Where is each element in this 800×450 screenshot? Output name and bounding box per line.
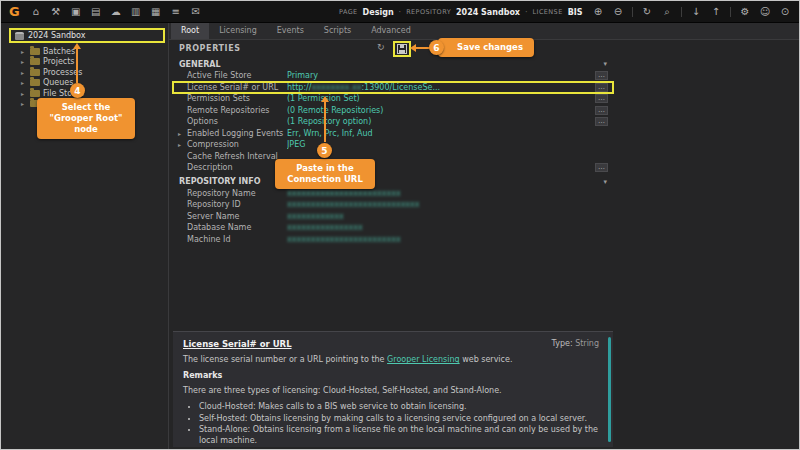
chevron-down-icon[interactable]: ▾ xyxy=(603,178,607,186)
expander-icon[interactable]: ▸ xyxy=(178,141,181,148)
top-toolbar: G ⌂ ⚒ ▣ ▤ ☁ ▥ ▦ ≡ ✉ PAGE Design · REPOSI… xyxy=(1,1,799,23)
property-row-description[interactable]: Description … xyxy=(173,162,613,174)
add-circle-icon[interactable]: ⊕ xyxy=(592,6,604,17)
grooper-design-window: G ⌂ ⚒ ▣ ▤ ☁ ▥ ▦ ≡ ✉ PAGE Design · REPOSI… xyxy=(0,0,800,450)
chevron-down-icon[interactable]: ▾ xyxy=(603,60,607,68)
messages-icon[interactable]: ✉ xyxy=(190,6,202,17)
tree-node-processes[interactable]: ▸ Processes xyxy=(1,67,168,78)
expander-icon[interactable]: ▸ xyxy=(21,69,27,76)
property-row-compression[interactable]: ▸ Compression JPEG xyxy=(173,139,613,151)
redacted-text: xxxxxxxxxxxx xyxy=(287,212,613,221)
toolbar-right-icons: ⊕ ⊖ ↻ ⌕ ↓ ↑ ⚙ ☺ ⊙ xyxy=(592,6,791,18)
home-icon[interactable]: ⌂ xyxy=(30,6,42,17)
toolbar-left-icons: ⌂ ⚒ ▣ ▤ ☁ ▥ ▦ ≡ ✉ xyxy=(30,6,202,17)
folder-icon xyxy=(30,69,40,76)
expander-icon[interactable]: ▸ xyxy=(21,100,27,107)
expander-icon[interactable]: ▸ xyxy=(178,130,181,137)
tab-root[interactable]: Root xyxy=(171,23,209,39)
toolbar-divider xyxy=(730,7,731,17)
repository-label: REPOSITORY xyxy=(406,8,451,16)
notebook-icon[interactable]: ▥ xyxy=(130,6,142,17)
briefcase-icon[interactable]: ▤ xyxy=(90,6,102,17)
tree-node-grooper-root[interactable]: 2024 Sandbox xyxy=(9,28,165,43)
ellipsis-button[interactable]: … xyxy=(595,163,608,172)
download-icon[interactable]: ↓ xyxy=(690,6,702,17)
callout5-arrow-line xyxy=(324,102,326,142)
save-button[interactable] xyxy=(393,41,411,57)
ellipsis-button[interactable]: … xyxy=(595,106,608,115)
property-row-machine-id[interactable]: Machine Id xxxxxxxxxxxxxxxxxxxxxxxx xyxy=(173,234,613,246)
ellipsis-button[interactable]: … xyxy=(595,83,608,92)
folder-icon xyxy=(30,58,40,65)
help-intro: The license serial number or a URL point… xyxy=(183,355,599,366)
user-icon[interactable]: ☺ xyxy=(759,6,771,17)
property-row-repository-name[interactable]: Repository Name xxxxxxxxxxxxxxxxxxxxxxxx xyxy=(173,188,613,200)
folder-icon xyxy=(30,48,40,55)
property-row-remote-repositories[interactable]: Remote Repositories (0 Remote Repositori… xyxy=(173,105,613,117)
license-url-value: http://xxxxxxxx.xx:13900/LicenseSe... xyxy=(287,83,595,92)
properties-header: PROPERTIES ↻ xyxy=(173,40,613,56)
tab-scripts[interactable]: Scripts xyxy=(314,23,361,39)
ellipsis-button[interactable]: … xyxy=(595,94,608,103)
tree-node-projects[interactable]: ▸ Projects xyxy=(1,57,168,68)
refresh-properties-icon[interactable]: ↻ xyxy=(377,42,385,52)
power-icon[interactable]: ⊙ xyxy=(779,6,791,17)
design-tools-icon[interactable]: ⚒ xyxy=(50,6,62,17)
folder-icon xyxy=(30,79,40,86)
tab-licensing[interactable]: Licensing xyxy=(209,23,267,39)
upload-icon[interactable]: ↑ xyxy=(710,6,722,17)
help-remarks-heading: Remarks xyxy=(183,371,599,382)
search-icon[interactable]: ⌕ xyxy=(661,6,673,18)
license-label: LICENSE xyxy=(533,8,563,16)
settings-icon[interactable]: ⚙ xyxy=(739,6,751,17)
property-row-database-name[interactable]: Database Name xxxxxxxxxxxxxxxx xyxy=(173,222,613,234)
callout6-label: Save changes xyxy=(438,38,534,57)
redacted-text: xxxxxxxx.xx xyxy=(312,83,362,92)
refresh-icon[interactable]: ↻ xyxy=(641,6,653,17)
tree-root-label: 2024 Sandbox xyxy=(28,31,86,40)
help-title: License Serial# or URL xyxy=(183,339,292,350)
property-row-cache-refresh-interval[interactable]: Cache Refresh Interval xyxy=(173,151,613,163)
property-row-active-file-store[interactable]: Active File Store Primary … xyxy=(173,70,613,82)
list-icon[interactable]: ≡ xyxy=(170,6,182,17)
help-scrollbar[interactable] xyxy=(608,337,611,442)
property-row-enabled-logging-events[interactable]: ▸ Enabled Logging Events Err, Wrn, Prc, … xyxy=(173,128,613,140)
repository-value: 2024 Sandbox xyxy=(456,8,520,17)
help-bullet: Stand-Alone: Obtains licensing from a li… xyxy=(199,425,599,447)
help-type: Type: String xyxy=(552,339,600,350)
property-row-repository-id[interactable]: Repository ID xxxxxxxxxxxxxxxxxxxxxxxxxx… xyxy=(173,199,613,211)
remove-circle-icon[interactable]: ⊖ xyxy=(612,6,624,17)
save-disk-icon xyxy=(397,44,407,54)
toolbar-divider xyxy=(681,7,682,17)
property-row-permission-sets[interactable]: Permission Sets (1 Permission Set) … xyxy=(173,93,613,105)
section-general[interactable]: GENERAL ▾ xyxy=(173,58,613,70)
grooper-licensing-link[interactable]: Grooper Licensing xyxy=(387,355,460,364)
help-bullet-list: Cloud-Hosted: Makes calls to a BIS web s… xyxy=(199,402,599,447)
redacted-text: xxxxxxxxxxxxxxxxxxxxxxxxxxxx xyxy=(287,200,613,209)
page-value: Design xyxy=(363,8,394,17)
property-row-options[interactable]: Options (1 Repository option) … xyxy=(173,116,613,128)
tab-advanced[interactable]: Advanced xyxy=(361,23,421,39)
redacted-text: xxxxxxxxxxxxxxxxxxxxxxxx xyxy=(287,235,613,244)
redacted-text: xxxxxxxxxxxxxxxxxxxxxxxx xyxy=(287,189,613,198)
ellipsis-button[interactable]: … xyxy=(595,117,608,126)
callout4-arrow-line xyxy=(76,49,78,83)
property-row-server-name[interactable]: Server Name xxxxxxxxxxxx xyxy=(173,211,613,223)
property-row-license-url[interactable]: License Serial# or URL http://xxxxxxxx.x… xyxy=(173,82,613,94)
breadcrumb: PAGE Design · REPOSITORY 2024 Sandbox · … xyxy=(339,1,583,23)
expander-icon[interactable]: ▸ xyxy=(21,58,27,65)
expander-icon[interactable]: ▸ xyxy=(21,79,27,86)
batches-icon[interactable]: ▣ xyxy=(70,6,82,17)
callout5-label: Paste in the Connection URL xyxy=(275,159,375,189)
repository-icon xyxy=(15,32,24,40)
cloud-icon[interactable]: ☁ xyxy=(110,6,122,17)
expander-icon[interactable]: ▸ xyxy=(21,90,27,97)
ellipsis-button[interactable]: … xyxy=(595,71,608,80)
chart-icon[interactable]: ▦ xyxy=(150,6,162,17)
tree-node-batches[interactable]: ▸ Batches xyxy=(1,46,168,57)
tree-node-queues[interactable]: ▸ Queues xyxy=(1,78,168,89)
expander-icon[interactable]: ▸ xyxy=(21,48,27,55)
tab-events[interactable]: Events xyxy=(267,23,314,39)
properties-title: PROPERTIES xyxy=(179,44,241,53)
section-repository-info[interactable]: REPOSITORY INFO ▾ xyxy=(173,176,613,188)
